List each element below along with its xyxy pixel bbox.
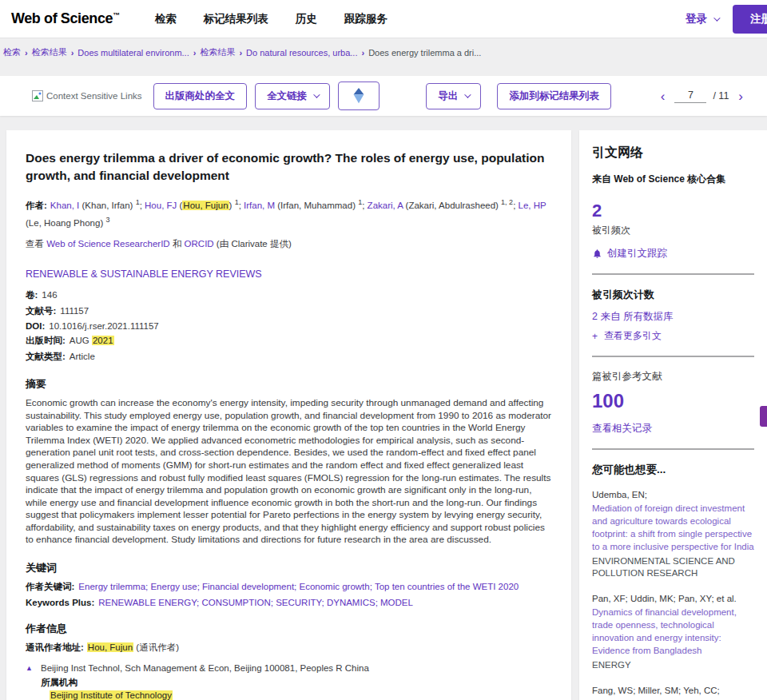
- affiliation-superscript: 3: [105, 216, 109, 224]
- keyword-plus-link[interactable]: SECURITY: [276, 598, 321, 607]
- previous-record-icon[interactable]: ‹: [658, 89, 669, 103]
- highlighted-author-name: Hou, Fujun: [182, 201, 229, 210]
- export-button[interactable]: 导出: [426, 83, 481, 109]
- related-records-link[interactable]: 查看相关记录: [592, 422, 754, 436]
- divider: [592, 448, 754, 450]
- breadcrumb-item[interactable]: Do natural resources, urba...: [246, 48, 357, 58]
- header-nav: 检索标记结果列表历史跟踪服务: [155, 12, 387, 26]
- citation-counts-title: 被引频次计数: [592, 288, 754, 302]
- fulltext-links-button[interactable]: 全文链接: [255, 83, 330, 109]
- abstract-heading: 摘要: [26, 377, 552, 392]
- all-databases-link[interactable]: 2 来自 所有数据库: [592, 310, 754, 324]
- keyword-plus-link[interactable]: MODEL: [380, 598, 413, 607]
- broken-image-icon: [32, 90, 43, 101]
- header-right: 登录 注册: [686, 5, 767, 34]
- breadcrumb-separator-icon: ›: [25, 48, 28, 58]
- times-cited-label: 被引频次: [592, 224, 754, 237]
- author-keyword-link[interactable]: Financial development: [202, 582, 294, 591]
- keywords-plus-row: Keywords Plus:RENEWABLE ENERGY; CONSUMPT…: [26, 598, 552, 607]
- nav-item[interactable]: 跟踪服务: [344, 12, 387, 26]
- address-row: ▲Beijing Inst Technol, Sch Management & …: [26, 662, 552, 675]
- context-sensitive-links[interactable]: Context Sensitive Links: [32, 90, 142, 101]
- corresponding-author-row: 通讯作者地址:Hou, Fujun (通讯作者): [26, 642, 552, 654]
- nav-item[interactable]: 检索: [155, 12, 177, 26]
- kite-logo-icon: [350, 86, 368, 106]
- suggestion-authors: Udemba, EN;: [592, 488, 754, 501]
- core-collection-label: 来自 Web of Science 核心合集: [592, 173, 754, 186]
- abstract-text: Economic growth can increase the economy…: [26, 397, 552, 547]
- author-keywords-row: 作者关键词:Energy trilemma; Energy use; Finan…: [26, 581, 552, 593]
- author-keyword-link[interactable]: Economic growth: [300, 582, 370, 591]
- researcher-id-link[interactable]: Web of Science ResearcherID: [46, 239, 169, 249]
- cited-references-count[interactable]: 100: [592, 390, 754, 412]
- suggestion-item: Udemba, EN;Mediation of foreign direct i…: [592, 488, 754, 580]
- author-link[interactable]: Irfan, M: [244, 201, 275, 210]
- author-keywords-list: Energy trilemma; Energy use; Financial d…: [78, 582, 519, 591]
- publisher-fulltext-button[interactable]: 出版商处的全文: [153, 83, 248, 109]
- breadcrumb-item[interactable]: 检索结果: [200, 46, 235, 58]
- keyword-plus-link[interactable]: CONSUMPTION: [201, 598, 270, 607]
- author-keyword-link[interactable]: Energy use: [150, 582, 197, 591]
- breadcrumb-item[interactable]: 检索结果: [32, 46, 67, 58]
- page-total: / 11: [713, 90, 729, 101]
- affiliation-superscript: 1: [136, 198, 140, 206]
- article-number-row: 文献号:111157: [26, 305, 552, 317]
- author-keyword-link[interactable]: Top ten countries of the WETI 2020: [375, 582, 519, 591]
- page-number-input[interactable]: [674, 89, 706, 103]
- suggestion-title-link[interactable]: Mediation of foreign direct investment a…: [592, 503, 754, 553]
- breadcrumb: 检索›检索结果›Does multilateral environm...›检索…: [0, 38, 767, 58]
- breadcrumb-item: Does energy trilemma a dri...: [368, 48, 481, 58]
- keyword-plus-link[interactable]: DYNAMICS: [327, 598, 376, 607]
- feedback-tab[interactable]: [760, 406, 767, 427]
- times-cited-count[interactable]: 2: [592, 201, 754, 221]
- chevron-down-icon: [713, 14, 720, 21]
- author-info-heading: 作者信息: [26, 622, 552, 636]
- nav-item[interactable]: 标记结果列表: [204, 12, 268, 26]
- record-pager: ‹ / 11 ›: [658, 89, 746, 103]
- nav-item[interactable]: 历史: [296, 12, 317, 26]
- address-text: Beijing Inst Technol, Sch Management & E…: [41, 662, 369, 675]
- breadcrumb-item[interactable]: 检索: [3, 46, 21, 58]
- toolbar-right: 导出 添加到标记结果列表 ‹ / 11 ›: [426, 83, 746, 109]
- library-access-button[interactable]: [338, 82, 380, 110]
- add-to-marked-list-button[interactable]: 添加到标记结果列表: [497, 83, 611, 109]
- highlighted-corresponding-author: Hou, Fujun: [87, 642, 133, 652]
- app-header: Web of Science™ 检索标记结果列表历史跟踪服务 登录 注册: [0, 0, 767, 38]
- author-link[interactable]: Khan, I: [50, 201, 79, 210]
- register-button[interactable]: 注册: [733, 5, 767, 34]
- create-citation-alert-link[interactable]: 创建引文跟踪: [592, 247, 754, 261]
- keywords-heading: 关键词: [26, 561, 552, 575]
- authors-label: 作者:: [26, 201, 47, 210]
- authors-list: Khan, I (Khan, Irfan) 1; Hou, FJ (Hou, F…: [26, 201, 546, 227]
- article-title: Does energy trilemma a driver of economi…: [26, 149, 552, 184]
- author-keyword-link[interactable]: Energy trilemma: [78, 582, 145, 591]
- suggestion-journal: ENERGY: [592, 659, 754, 672]
- journal-link[interactable]: RENEWABLE & SUSTAINABLE ENERGY REVIEWS: [26, 268, 262, 280]
- divider: [592, 273, 754, 275]
- breadcrumb-item[interactable]: Does multilateral environm...: [77, 48, 189, 58]
- plus-icon: +: [592, 331, 598, 342]
- affiliation-superscript: 1, 2: [501, 198, 513, 206]
- author-link[interactable]: Hou, FJ: [145, 201, 177, 210]
- wos-logo[interactable]: Web of Science™: [11, 10, 120, 27]
- doi-row: DOI:10.1016/j.rser.2021.111157: [26, 321, 552, 331]
- author-link[interactable]: Le, HP: [519, 201, 546, 210]
- organization-link[interactable]: Beijing Institute of Technology: [50, 690, 173, 700]
- chevron-down-icon: [313, 91, 320, 97]
- signin-link[interactable]: 登录: [686, 12, 718, 26]
- keyword-plus-link[interactable]: RENEWABLE ENERGY: [98, 598, 197, 607]
- suggestion-title-link[interactable]: Dynamics of financial development, trade…: [592, 607, 754, 657]
- next-record-icon[interactable]: ›: [735, 89, 746, 103]
- orcid-link[interactable]: ORCID: [185, 239, 214, 249]
- more-citations-link[interactable]: +查看更多引文: [592, 329, 754, 343]
- expand-triangle-icon[interactable]: ▲: [26, 662, 35, 675]
- record-toolbar: Context Sensitive Links 出版商处的全文 全文链接 导出 …: [0, 76, 767, 116]
- record-card: Does energy trilemma a driver of economi…: [6, 130, 571, 700]
- citation-network-title: 引文网络: [592, 145, 754, 161]
- suggestion-item: Pan, XF; Uddin, MK; Pan, XY; et al.Dynam…: [592, 592, 754, 671]
- trademark: ™: [113, 11, 120, 19]
- breadcrumb-separator-icon: ›: [71, 48, 74, 58]
- suggestion-item: Fang, WS; Miller, SM; Yeh, CC;The effect…: [592, 684, 754, 700]
- researcher-id-line: 查看 Web of Science ResearcherID 和 ORCID (…: [26, 238, 552, 250]
- author-link[interactable]: Zakari, A: [368, 201, 403, 210]
